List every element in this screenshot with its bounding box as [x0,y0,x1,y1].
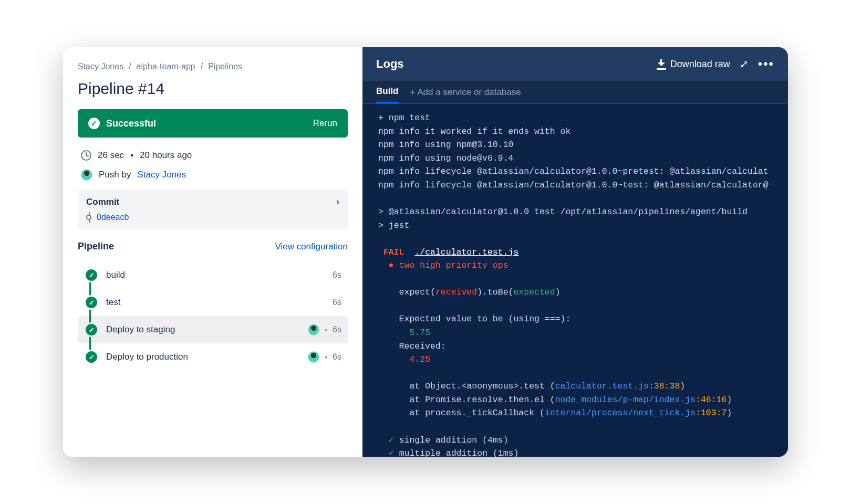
check-circle-icon: ✓ [84,322,99,337]
trace-location: :38:38 [649,381,680,391]
trace-prefix: at Object.<anonymous>.test ( [409,381,555,391]
step-name: Deploy to staging [106,324,175,335]
commit-hash-link[interactable]: 0deeacb [97,213,129,222]
add-service-tab[interactable]: + Add a service or database [410,87,521,103]
step-duration: 6s [333,298,341,307]
check-circle-icon: ✓ [84,350,99,364]
log-line: npm info using npm@3.10.10 [378,140,513,150]
download-raw-button[interactable]: Download raw [657,59,730,70]
step-name: test [106,297,120,308]
log-text: ).toBe( [477,287,513,297]
step-duration: 6s [333,325,341,334]
check-icon: ✓ [389,448,394,457]
commit-node-icon [86,215,91,220]
fail-case: two high priority ops [399,260,508,270]
bullet-icon: ● [389,260,394,270]
commit-heading: Commit [86,197,119,207]
log-line: npm info lifecycle @atlassian/calculator… [378,180,769,190]
pipeline-step[interactable]: ✓Deploy to staging6s [78,316,348,343]
log-line: > jest [378,220,409,230]
page-title: Pipeline #14 [78,80,348,98]
trace-prefix: at process._tickCallback ( [409,408,544,418]
pipeline-step[interactable]: ✓Deploy to production6s [78,343,348,371]
step-connector [89,277,91,355]
log-output[interactable]: + npm test npm info it worked if it ends… [362,104,788,457]
step-duration: 6s [333,270,341,280]
logs-title: Logs [376,57,404,71]
step-duration: 6s [333,352,341,362]
expand-icon[interactable]: ⤢ [740,58,749,70]
trace-path[interactable]: calculator.test.js [555,381,649,391]
left-panel: Stacy Jones / alpha-team-app / Pipelines… [63,47,362,457]
breadcrumb-separator: / [201,62,203,71]
clock-icon [81,150,91,161]
tab-build[interactable]: Build [376,86,399,103]
dot-separator [325,329,327,331]
dot-separator [325,356,327,359]
push-prefix: Push by [99,170,131,180]
received-value: 4.25 [409,354,430,364]
pass-line: multiple addition (1ms) [399,448,519,457]
more-icon[interactable]: ••• [758,57,774,71]
avatar-icon [308,351,319,363]
log-received: received [435,287,477,297]
breadcrumb-separator: / [129,62,131,71]
log-line: + npm test [378,113,430,123]
rerun-button[interactable]: Rerun [313,118,337,129]
trace-location: :46:16 [696,395,727,405]
check-circle-icon: ✓ [84,268,99,282]
breadcrumb-repo[interactable]: alpha-team-app [137,62,195,71]
step-name: build [106,270,125,280]
pipeline-window: Stacy Jones / alpha-team-app / Pipelines… [63,47,788,457]
log-line: > @atlassian/calculator@1.0.0 test /opt/… [378,207,748,217]
log-tabs: Build + Add a service or database [362,81,788,104]
avatar-icon [308,324,319,335]
relative-time: 20 hours ago [140,150,192,161]
fail-badge: FAIL [383,247,404,257]
breadcrumb-section[interactable]: Pipelines [208,62,242,71]
expected-value: 5.75 [409,328,430,338]
status-bar: ✓ Successful Rerun [78,109,348,138]
pipeline-heading: Pipeline [78,241,114,252]
duration-row: 26 sec • 20 hours ago [81,150,345,161]
breadcrumb: Stacy Jones / alpha-team-app / Pipelines [78,62,348,71]
logs-header: Logs Download raw ⤢ ••• [362,47,788,81]
trace-location: :103:7 [696,408,727,418]
pass-line: single addition (4ms) [399,435,508,445]
commit-card[interactable]: Commit › 0deeacb [78,189,348,229]
trace-prefix: at Promise.resolve.then.el ( [409,395,555,405]
push-by-row: Push by Stacy Jones [81,169,345,181]
avatar-icon [81,169,92,181]
step-name: Deploy to production [106,352,188,362]
check-circle-icon: ✓ [84,295,99,310]
status-label: Successful [106,118,156,129]
log-line: npm info it worked if it ends with ok [378,127,570,136]
log-text: ) [555,287,561,297]
log-line: npm info using node@v6.9.4 [378,153,513,163]
log-text: expect( [399,287,435,297]
trace-path[interactable]: node_modules/p-map/index.js [555,395,696,405]
duration-text: 26 sec [98,150,124,161]
breadcrumb-owner[interactable]: Stacy Jones [78,62,123,71]
author-link[interactable]: Stacy Jones [137,170,186,180]
pipeline-step-list: ✓build6s✓test6s✓Deploy to staging6s✓Depl… [78,261,348,371]
download-icon [657,59,666,69]
trace-path[interactable]: internal/process/next_tick.js [545,408,696,418]
check-icon: ✓ [389,435,394,445]
chevron-right-icon: › [336,196,339,207]
fail-file[interactable]: ./calculator.test.js [414,247,518,257]
log-expected: expected [513,287,555,297]
pipeline-step[interactable]: ✓test6s [78,289,348,316]
check-circle-icon: ✓ [88,118,100,129]
pipeline-step[interactable]: ✓build6s [78,261,348,289]
log-text: Expected value to be (using ===): [399,314,571,324]
log-text: Received: [399,341,446,351]
view-configuration-link[interactable]: View configuration [275,242,348,252]
log-line: npm info lifecycle @atlassian/calculator… [378,166,769,176]
right-panel: Logs Download raw ⤢ ••• Build + Add a se… [362,47,788,457]
